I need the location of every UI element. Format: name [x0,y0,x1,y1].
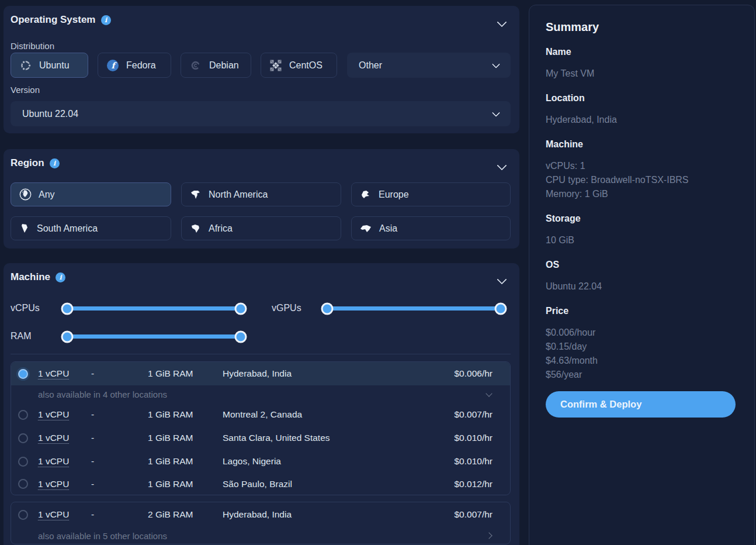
ubuntu-icon [19,59,32,72]
africa-icon [190,223,202,234]
chevron-right-icon [485,532,492,539]
centos-icon [269,59,282,72]
ram-cell: 1 GiB RAM [148,456,223,467]
price-cell: $0.006/hr [417,368,493,379]
operating-system-title-text: Operating System [11,14,96,26]
separator-cell: - [91,368,148,379]
region-button-south-america[interactable]: South America [11,216,171,240]
summary-price-month: $4.63/month [546,354,738,368]
region-title: Region i [11,157,60,169]
separator-cell: - [91,479,148,489]
vcpus-slider-max-handle[interactable] [235,302,247,315]
summary-machine-value: vCPUs: 1 CPU type: Broadwell-noTSX-IBRS … [546,159,738,201]
ram-slider[interactable] [67,334,241,339]
separator-cell: - [91,509,148,520]
location-cell: São Paulo, Brazil [223,479,417,489]
globe-icon [19,188,32,201]
region-label: Europe [379,189,409,200]
summary-price-hour: $0.006/hour [546,326,738,340]
distro-button-ubuntu[interactable]: Ubuntu [11,53,88,78]
other-distro-select-value: Other [359,60,382,71]
summary-machine-cpu-type: CPU type: Broadwell-noTSX-IBRS [546,173,738,187]
europe-icon [360,189,372,199]
radio-icon[interactable] [18,479,28,489]
vgpus-slider-min-handle[interactable] [321,302,334,315]
radio-icon[interactable] [18,410,28,420]
summary-title: Summary [546,19,738,35]
chevron-down-icon[interactable] [497,275,507,285]
region-button-asia[interactable]: Asia [351,216,511,240]
operating-system-section: Operating System i Distribution Ubuntu f… [4,6,519,133]
radio-icon[interactable] [18,433,28,443]
also-available-row[interactable]: also available in 4 other locations [11,385,510,403]
ram-slider-max-handle[interactable] [235,330,247,343]
vgpus-slider-max-handle[interactable] [495,302,507,315]
vcpu-cell: 1 vCPU [38,433,91,443]
vcpu-cell: 1 vCPU [38,479,91,489]
vcpu-cell: 1 vCPU [38,509,91,520]
region-button-any[interactable]: Any [11,182,171,206]
distro-button-debian[interactable]: Debian [181,53,251,78]
location-cell: Montreal 2, Canada [223,409,417,420]
radio-icon[interactable] [18,369,28,379]
region-button-africa[interactable]: Africa [181,216,341,240]
summary-storage-label: Storage [546,213,738,225]
machine-section: Machine i vCPUs vGPUs RAM 1 vCPU - 1 GiB… [4,263,519,545]
region-label: South America [37,223,98,234]
distro-label: Debian [209,60,239,71]
summary-price-year: $56/year [546,368,738,382]
machine-option-row[interactable]: 1 vCPU - 1 GiB RAM São Paulo, Brazil $0.… [11,473,510,495]
summary-location-label: Location [546,92,738,104]
ram-cell: 1 GiB RAM [148,433,223,443]
also-available-row[interactable]: also available in 5 other locations [11,527,510,544]
ram-cell: 1 GiB RAM [148,368,223,379]
ram-cell: 1 GiB RAM [148,479,223,489]
info-icon[interactable]: i [50,158,60,168]
vcpus-slider-min-handle[interactable] [61,302,74,315]
distro-button-fedora[interactable]: f Fedora [98,53,171,78]
price-cell: $0.012/hr [417,479,493,489]
divider [11,354,511,354]
radio-icon[interactable] [18,457,28,467]
summary-storage-value: 10 GiB [546,233,738,247]
location-cell: Hyderabad, India [223,368,417,379]
info-icon[interactable]: i [56,272,65,282]
vcpus-slider[interactable] [67,306,241,311]
distro-label: Ubuntu [39,60,70,71]
summary-location-value: Hyderabad, India [546,113,738,127]
other-distro-select[interactable]: Other [347,53,511,78]
machine-option-row[interactable]: 1 vCPU - 1 GiB RAM Hyderabad, India $0.0… [11,362,510,385]
machine-option-row[interactable]: 1 vCPU - 1 GiB RAM Santa Clara, United S… [11,426,510,450]
radio-icon[interactable] [18,510,28,520]
region-button-north-america[interactable]: North America [181,182,341,206]
region-label: Any [39,189,55,200]
price-cell: $0.010/hr [417,433,493,443]
confirm-deploy-button[interactable]: Confirm & Deploy [546,391,736,418]
distro-button-centos[interactable]: CentOS [261,53,337,78]
machine-option-row[interactable]: 1 vCPU - 1 GiB RAM Lagos, Nigeria $0.010… [11,450,510,473]
info-icon[interactable]: i [101,15,111,25]
machine-title-text: Machine [11,271,50,283]
operating-system-title: Operating System i [11,14,111,26]
region-label: Asia [379,223,397,234]
region-button-europe[interactable]: Europe [351,182,511,206]
north-america-icon [190,189,202,200]
also-available-label: also available in 5 other locations [38,531,167,541]
chevron-down-icon[interactable] [497,18,507,27]
machine-option-group-1: 1 vCPU - 1 GiB RAM Hyderabad, India $0.0… [11,361,511,495]
chevron-down-icon [492,60,500,68]
vcpu-cell: 1 vCPU [38,409,91,420]
summary-machine-vcpus: vCPUs: 1 [546,159,738,173]
summary-machine-memory: Memory: 1 GiB [546,187,738,201]
machine-option-group-2: 1 vCPU - 2 GiB RAM Hyderabad, India $0.0… [11,502,511,544]
fedora-icon: f [106,59,119,72]
version-select[interactable]: Ubuntu 22.04 [11,101,511,126]
ram-cell: 1 GiB RAM [148,409,223,420]
vcpu-cell: 1 vCPU [38,456,91,467]
ram-slider-min-handle[interactable] [61,330,74,343]
machine-option-row[interactable]: 1 vCPU - 1 GiB RAM Montreal 2, Canada $0… [11,403,510,426]
chevron-down-icon[interactable] [497,161,507,171]
vgpus-slider[interactable] [327,306,501,311]
vcpu-cell: 1 vCPU [38,368,91,379]
machine-option-row[interactable]: 1 vCPU - 2 GiB RAM Hyderabad, India $0.0… [11,502,510,527]
